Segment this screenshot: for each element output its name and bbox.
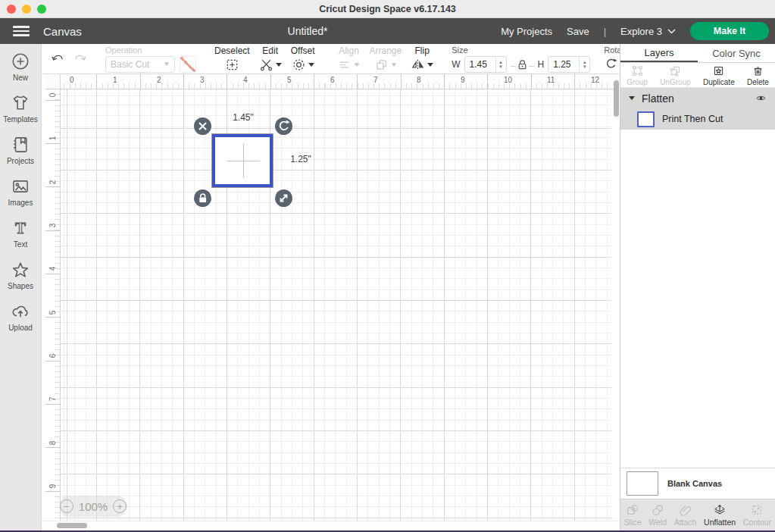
selection-height-label: 1.25" [290, 154, 311, 164]
deselect-button[interactable]: Deselect [210, 45, 255, 72]
attach-button[interactable]: Attach [674, 503, 697, 527]
ruler-number: 2 [157, 76, 161, 84]
resize-arrow-icon [275, 189, 292, 207]
undo-icon[interactable] [51, 52, 65, 66]
ruler-number: 9 [461, 76, 465, 84]
deselect-icon [225, 58, 239, 72]
panel-tabs: Layers Color Sync [620, 44, 775, 63]
sidebar-item-images[interactable]: Images [0, 177, 41, 207]
close-icon [194, 117, 211, 135]
sidebar-item-projects[interactable]: Projects [0, 135, 41, 165]
redo-icon[interactable] [73, 52, 87, 66]
disclosure-triangle-icon[interactable] [629, 96, 635, 100]
zoom-out-button[interactable]: − [60, 499, 73, 513]
lock-handle[interactable] [194, 189, 211, 207]
offset-button[interactable]: Offset [286, 45, 320, 73]
paperclip-icon [679, 503, 692, 517]
upload-cloud-icon [11, 302, 30, 321]
menu-icon[interactable] [13, 26, 30, 36]
height-stepper[interactable]: ▲▼ [579, 57, 589, 72]
design-canvas[interactable]: 0 1 2 3 4 5 6 7 8 9 10 11 12 0 1 [42, 74, 620, 530]
horizontal-ruler: 0 1 2 3 4 5 6 7 8 9 10 11 12 [61, 74, 615, 89]
dropdown-caret-icon [308, 63, 314, 67]
save-link[interactable]: Save [567, 26, 589, 37]
left-sidebar: New Templates Projects Images T Text Sha… [0, 44, 42, 530]
canvas-grid [61, 89, 611, 522]
dropdown-caret-icon [427, 63, 433, 67]
group-icon [631, 64, 644, 77]
make-it-button[interactable]: Make It [690, 22, 769, 40]
titlebar: Cricut Design Space v6.17.143 [0, 0, 775, 18]
sidebar-item-shapes[interactable]: Shapes [0, 260, 41, 290]
ruler-number: 4 [48, 264, 57, 274]
sidebar-item-new[interactable]: New [0, 52, 41, 82]
edit-toolbar: Operation Basic Cut Deselect Edit [42, 44, 620, 74]
operation-group: Operation Basic Cut [105, 45, 196, 73]
slice-button[interactable]: Slice [624, 503, 642, 527]
contour-button[interactable]: Contour [743, 503, 771, 527]
machine-selector[interactable]: Explore 3 [620, 26, 676, 37]
flip-button[interactable]: Flip [406, 45, 438, 73]
sidebar-item-templates[interactable]: Templates [0, 93, 41, 124]
blank-canvas-row[interactable]: Blank Canvas [620, 468, 775, 499]
operation-select[interactable]: Basic Cut [105, 56, 175, 73]
lock-icon[interactable] [517, 59, 527, 70]
tab-color-sync[interactable]: Color Sync [698, 44, 775, 62]
machine-name: Explore 3 [620, 26, 662, 37]
my-projects-link[interactable]: My Projects [501, 26, 552, 37]
height-input[interactable]: 1.25 ▲▼ [548, 56, 590, 73]
zoom-window-button[interactable] [37, 5, 46, 14]
blank-canvas-label: Blank Canvas [667, 479, 722, 488]
resize-handle[interactable] [275, 189, 292, 207]
align-button[interactable]: Align [333, 45, 364, 73]
vertical-scrollbar[interactable] [614, 80, 619, 117]
horizontal-scrollbar-track[interactable] [42, 521, 620, 530]
delete-handle[interactable] [194, 117, 211, 135]
sidebar-item-upload[interactable]: Upload [0, 302, 41, 332]
eye-icon [755, 92, 767, 104]
ruler-number: 11 [547, 76, 555, 84]
edit-button[interactable]: Edit [255, 45, 286, 73]
zoom-in-button[interactable]: + [113, 499, 127, 513]
width-stepper[interactable]: ▲▼ [495, 57, 506, 72]
rotate-icon[interactable] [604, 57, 618, 71]
rotate-handle[interactable] [275, 117, 292, 135]
scissors-pencil-icon [259, 58, 273, 72]
sidebar-item-text[interactable]: T Text [0, 218, 41, 249]
duplicate-button[interactable]: Duplicate [703, 64, 735, 86]
canvas-label: Canvas [43, 25, 82, 38]
visibility-toggle[interactable] [755, 92, 767, 104]
operation-color-swatch[interactable] [180, 56, 196, 73]
center-column: Operation Basic Cut Deselect Edit [42, 44, 620, 530]
header-right: My Projects Save | Explore 3 Make It [501, 22, 775, 40]
tab-layers[interactable]: Layers [620, 44, 698, 62]
horizontal-scrollbar[interactable] [57, 523, 87, 528]
ungroup-button[interactable]: UnGroup [660, 64, 691, 86]
minimize-window-button[interactable] [22, 5, 31, 14]
app-title: Cricut Design Space v6.17.143 [319, 4, 456, 14]
dropdown-caret-icon [276, 63, 282, 67]
layer-thumbnail [637, 111, 655, 127]
image-icon [11, 177, 30, 196]
ruler-number: 3 [48, 221, 57, 231]
layer-item-print-then-cut[interactable]: Print Then Cut [620, 108, 775, 130]
main-area: New Templates Projects Images T Text Sha… [0, 44, 775, 530]
close-window-button[interactable] [7, 5, 16, 14]
rotate-arrow-icon [275, 117, 292, 135]
arrange-button[interactable]: Arrange [364, 45, 406, 73]
layer-group-flatten[interactable]: Flatten [620, 88, 775, 108]
ruler-number: 7 [373, 76, 378, 84]
layer-tools-bar: Slice Weld Attach Unflatten Contour [620, 499, 775, 530]
ungroup-icon [669, 64, 682, 77]
width-input[interactable]: 1.45 ▲▼ [464, 56, 507, 73]
unflatten-button[interactable]: Unflatten [704, 503, 736, 527]
star-shape-icon [11, 260, 30, 280]
vertical-ruler: 0 1 2 3 4 5 6 7 8 9 10 [45, 89, 61, 530]
text-icon: T [11, 218, 30, 238]
weld-button[interactable]: Weld [648, 503, 667, 527]
svg-text:T: T [15, 219, 26, 236]
group-button[interactable]: Group [627, 64, 648, 86]
canvas-thumbnail [627, 471, 658, 496]
size-label: Size [452, 45, 590, 55]
delete-button[interactable]: Delete [747, 64, 769, 86]
